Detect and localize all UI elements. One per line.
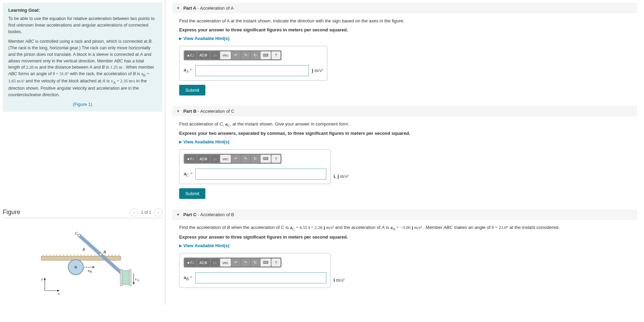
figure-next-button[interactable]: › (154, 208, 162, 217)
reset-button[interactable]: ↻ (251, 155, 260, 163)
part-a-unit: j m/s² (311, 68, 323, 73)
part-c-title: Part C - Acceleration of B (183, 212, 234, 217)
part-b-answer-box: ∎√□ ΑΣΦ ↓↑ vec ↶ ↷ ↻ ⌨ ? aC = (179, 149, 331, 184)
subscript-button[interactable]: ↓↑ (211, 259, 219, 266)
part-b-unit: i, j m/s² (334, 174, 349, 179)
triangle-right-icon: ▶ (179, 140, 182, 144)
svg-marker-48 (44, 278, 46, 280)
left-pane: Learning Goal: To be able to use the equ… (0, 0, 165, 305)
figure-nav: ‹ 1 of 1 › (130, 208, 162, 217)
part-b-header[interactable]: ▼ Part B - Acceleration of C (172, 106, 637, 117)
template-button[interactable]: ∎√□ (185, 51, 196, 59)
help-button[interactable]: ? (272, 51, 280, 59)
part-a-instr: Express your answer to three significant… (179, 27, 630, 32)
reset-button[interactable]: ↻ (251, 51, 260, 59)
part-a-answer-box: ∎√□ ΑΣΦ ↓↑ vec ↶ ↷ ↻ ⌨ ? aA = j m/s² (179, 46, 327, 81)
subscript-button[interactable]: ↓↑ (211, 51, 219, 59)
triangle-right-icon: ▶ (179, 37, 182, 40)
part-b-prompt: Find acceleration of C, aC, at the insta… (179, 121, 630, 128)
svg-rect-39 (120, 269, 122, 286)
svg-text:x: x (58, 291, 60, 295)
figure-title: Figure (3, 209, 20, 216)
right-pane: ▼ Part A - Acceleration of A Find the ac… (165, 0, 644, 305)
svg-text:θ: θ (83, 247, 85, 252)
svg-text:y: y (41, 277, 43, 281)
triangle-right-icon: ▶ (179, 244, 182, 248)
figure-nav-text: 1 of 1 (141, 210, 151, 215)
keyboard-button[interactable]: ⌨ (260, 259, 271, 266)
svg-point-25 (74, 266, 77, 269)
caret-down-icon: ▼ (176, 6, 180, 10)
part-c-header[interactable]: ▼ Part C - Acceleration of B (172, 209, 637, 220)
undo-button[interactable]: ↶ (232, 51, 241, 59)
part-a-header[interactable]: ▼ Part A - Acceleration of A (172, 3, 637, 13)
svg-text:A: A (137, 279, 139, 282)
figure-1-link[interactable]: (Figure 1) (8, 102, 157, 107)
redo-button[interactable]: ↷ (241, 155, 250, 163)
redo-button[interactable]: ↷ (241, 259, 250, 266)
svg-point-31 (78, 234, 81, 237)
vec-button[interactable]: vec (220, 259, 231, 266)
greek-button[interactable]: ΑΣΦ (197, 51, 210, 59)
help-button[interactable]: ? (272, 259, 280, 266)
figure-prev-button[interactable]: ‹ (130, 208, 138, 217)
learning-goal-heading: Learning Goal: (8, 8, 157, 13)
part-b-answer-input[interactable] (195, 169, 326, 180)
svg-text:v: v (135, 277, 137, 281)
template-button[interactable]: ∎√□ (185, 259, 196, 266)
part-a-prompt: Find the acceleration of A at the instan… (179, 18, 630, 24)
svg-rect-38 (122, 271, 130, 284)
part-c-instr: Express your answer to three significant… (179, 234, 630, 240)
part-c-hints-link[interactable]: ▶View Available Hint(s) (179, 243, 630, 248)
learning-goal-box: Learning Goal: To be able to use the equ… (3, 3, 162, 112)
part-c-toolbar: ∎√□ ΑΣΦ ↓↑ vec ↶ ↷ ↻ ⌨ ? (184, 258, 282, 268)
figure-section: Figure ‹ 1 of 1 › (3, 208, 162, 301)
part-a-answer-input[interactable] (195, 65, 309, 76)
svg-marker-27 (93, 266, 95, 268)
part-a-hints-link[interactable]: ▶View Available Hint(s) (179, 36, 630, 41)
figure-header: Figure ‹ 1 of 1 › (3, 208, 162, 218)
vec-button[interactable]: vec (220, 155, 231, 163)
greek-button[interactable]: ΑΣΦ (197, 259, 210, 266)
caret-down-icon: ▼ (176, 109, 180, 113)
keyboard-button[interactable]: ⌨ (260, 155, 271, 163)
svg-marker-42 (133, 282, 135, 285)
part-a-toolbar: ∎√□ ΑΣΦ ↓↑ vec ↶ ↷ ↻ ⌨ ? (184, 50, 282, 60)
redo-button[interactable]: ↷ (241, 51, 250, 59)
keyboard-button[interactable]: ⌨ (260, 51, 271, 59)
vec-button[interactable]: vec (220, 51, 231, 59)
reset-button[interactable]: ↻ (251, 259, 260, 266)
part-a-title: Part A - Acceleration of A (183, 6, 234, 11)
part-c-answer-box: ∎√□ ΑΣΦ ↓↑ vec ↶ ↷ ↻ ⌨ ? aB = (179, 253, 331, 288)
learning-goal-p2: Member ABC is controlled using a rack an… (8, 38, 157, 98)
part-c-unit: i m/s² (334, 278, 345, 283)
learning-goal-p1: To be able to use the equation for relat… (8, 16, 157, 35)
help-button[interactable]: ? (272, 155, 280, 163)
part-b-submit-button[interactable]: Submit (179, 188, 205, 199)
part-c-section: ▼ Part C - Acceleration of B Find the ac… (172, 209, 637, 292)
greek-button[interactable]: ΑΣΦ (197, 155, 210, 163)
svg-rect-40 (129, 269, 131, 286)
part-b-toolbar: ∎√□ ΑΣΦ ↓↑ vec ↶ ↷ ↻ ⌨ ? (184, 154, 282, 164)
svg-point-32 (99, 253, 102, 256)
subscript-button[interactable]: ↓↑ (211, 155, 219, 163)
svg-text:B: B (103, 250, 106, 254)
part-b-section: ▼ Part B - Acceleration of C Find accele… (172, 106, 637, 199)
part-b-var-label: aC = (184, 171, 193, 178)
template-button[interactable]: ∎√□ (185, 155, 196, 163)
svg-text:B: B (90, 270, 92, 273)
part-b-hints-link[interactable]: ▶View Available Hint(s) (179, 139, 630, 144)
svg-text:C: C (75, 231, 78, 236)
part-b-title: Part B - Acceleration of C (183, 109, 234, 114)
part-c-answer-input[interactable] (195, 272, 326, 283)
part-c-var-label: aB = (184, 275, 193, 281)
part-a-var-label: aA = (184, 67, 193, 74)
figure-image: aB C B A θ (3, 225, 162, 301)
part-c-prompt: Find the acceleration of B when the acce… (179, 224, 630, 232)
undo-button[interactable]: ↶ (232, 259, 241, 266)
part-a-submit-button[interactable]: Submit (179, 85, 205, 95)
part-a-section: ▼ Part A - Acceleration of A Find the ac… (172, 3, 637, 95)
part-b-instr: Express your two answers, separated by c… (179, 131, 630, 136)
caret-down-icon: ▼ (176, 213, 180, 217)
undo-button[interactable]: ↶ (232, 155, 241, 163)
